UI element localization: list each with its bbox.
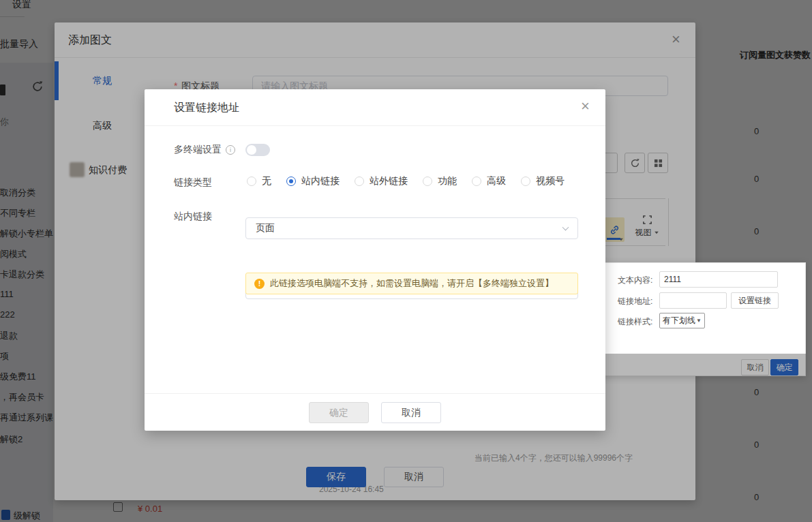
close-icon[interactable]: × <box>581 99 590 114</box>
warning-text: 此链接选项电脑端不支持，如需设置电脑端，请开启【多终端独立设置】 <box>270 277 554 290</box>
radio-circle <box>521 176 530 186</box>
radio-video-account[interactable]: 视频号 <box>521 175 565 187</box>
link-address-input[interactable] <box>659 292 727 309</box>
page-type-value: 页面 <box>256 222 275 234</box>
info-icon[interactable]: i <box>226 145 235 155</box>
set-link-modal: 设置链接地址 × 多终端设置 i 链接类型 无 站内链接 站外链接 功能 <box>145 89 605 431</box>
radio-label: 高级 <box>487 175 506 187</box>
radio-external-link[interactable]: 站外链接 <box>355 175 408 187</box>
modal-title: 设置链接地址 <box>174 101 239 115</box>
set-link-button[interactable]: 设置链接 <box>731 292 779 309</box>
link-address-label: 链接地址: <box>618 296 652 307</box>
confirm-button[interactable]: 确定 <box>309 402 369 423</box>
radio-label: 视频号 <box>536 175 565 187</box>
multi-terminal-toggle[interactable] <box>245 144 270 156</box>
cancel-button[interactable]: 取消 <box>381 402 441 423</box>
link-style-select[interactable]: 有下划线 ▼ <box>659 313 705 328</box>
footer-divider <box>145 393 605 394</box>
screen: 设置 批量导入 你 取消分类 不同专栏 解锁小专栏单 阅模式 卡退款分类 111… <box>0 0 812 522</box>
select-arrow-icon: ▼ <box>696 318 702 324</box>
radio-circle-checked <box>286 176 296 186</box>
link-type-label: 链接类型 <box>174 176 212 189</box>
chevron-down-icon <box>562 224 569 231</box>
link-style-value: 有下划线 <box>663 315 695 326</box>
radio-none[interactable]: 无 <box>247 175 271 187</box>
radio-circle <box>247 176 256 186</box>
link-type-radio-group: 无 站内链接 站外链接 功能 高级 视频号 <box>247 174 565 189</box>
warning-banner: ! 此链接选项电脑端不支持，如需设置电脑端，请开启【多终端独立设置】 <box>245 273 578 294</box>
radio-internal-link[interactable]: 站内链接 <box>286 175 340 187</box>
radio-label: 站内链接 <box>301 175 340 187</box>
radio-circle <box>472 176 481 186</box>
text-content-input[interactable] <box>659 271 778 288</box>
page-type-select[interactable]: 页面 <box>245 217 578 239</box>
radio-circle <box>355 176 364 186</box>
radio-circle <box>423 176 432 186</box>
radio-label: 功能 <box>438 175 457 187</box>
radio-label: 站外链接 <box>370 175 408 187</box>
radio-function[interactable]: 功能 <box>423 175 457 187</box>
link-style-label: 链接样式: <box>618 316 652 328</box>
popover-dim-strip <box>593 354 806 376</box>
radio-advanced[interactable]: 高级 <box>472 175 506 187</box>
warning-icon: ! <box>254 279 265 289</box>
text-content-label: 文本内容: <box>618 275 652 286</box>
radio-label: 无 <box>262 175 271 187</box>
internal-link-label: 站内链接 <box>174 211 212 223</box>
multi-terminal-label: 多终端设置 <box>174 144 222 156</box>
